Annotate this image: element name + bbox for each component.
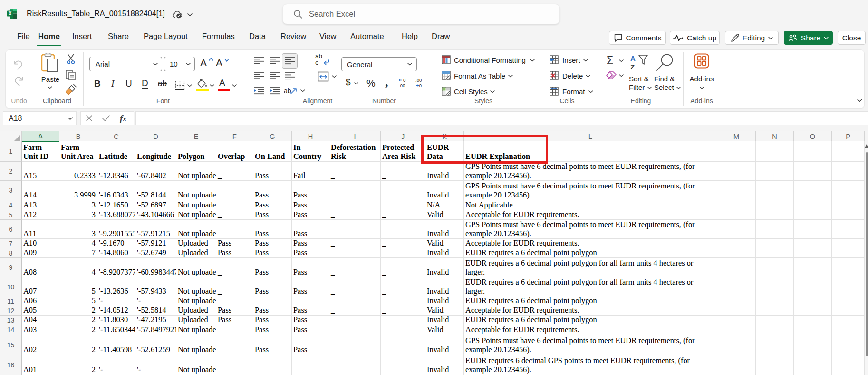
svg-text:Z: Z: [630, 63, 635, 71]
svg-text:.00: .00: [415, 78, 422, 83]
svg-text:X: X: [9, 10, 12, 16]
svg-text:.00: .00: [399, 83, 405, 88]
svg-text:0: 0: [403, 78, 405, 83]
svg-text:A: A: [630, 54, 636, 62]
